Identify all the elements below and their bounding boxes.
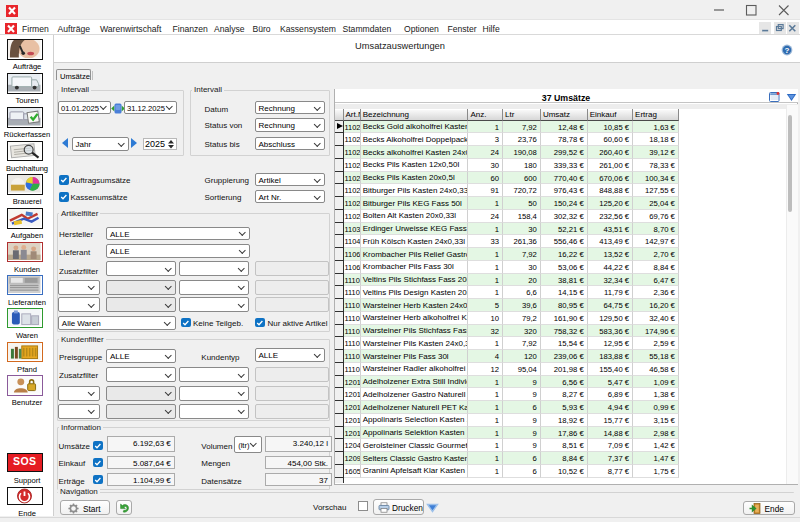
svg-text:?: ?	[785, 45, 790, 54]
